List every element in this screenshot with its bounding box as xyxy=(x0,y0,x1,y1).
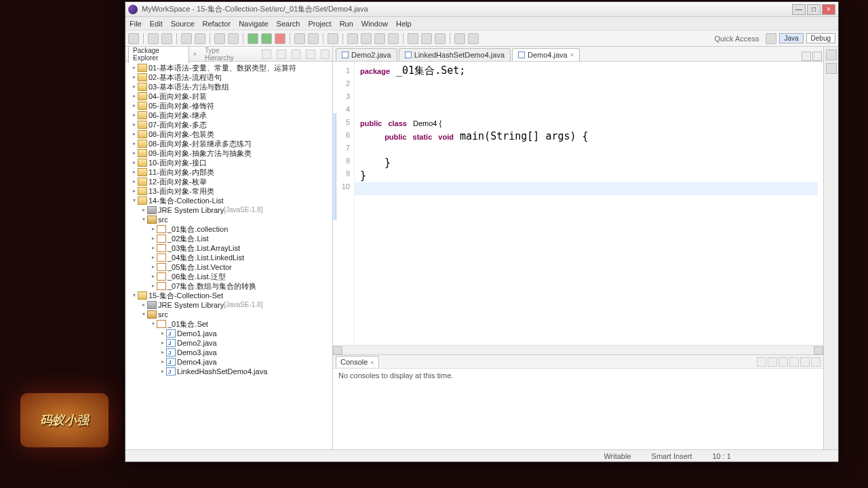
tree-item[interactable]: ▸13-面向对象-常用类 xyxy=(125,186,332,196)
tree-item[interactable]: ▸09-面向对象-抽象方法与抽象类 xyxy=(125,148,332,158)
java-perspective[interactable]: Java xyxy=(779,33,803,43)
tree-item[interactable]: ▸_07集合.数组与集合的转换 xyxy=(125,281,332,291)
tree-item[interactable]: ▸12-面向对象-枚举 xyxy=(125,177,332,186)
link-editor-button[interactable] xyxy=(277,49,286,59)
maximize-view-button[interactable] xyxy=(321,49,330,59)
expand-icon[interactable]: ▸ xyxy=(159,367,166,376)
expand-icon[interactable]: ▸ xyxy=(131,129,138,139)
toolbar-button[interactable] xyxy=(435,33,446,44)
toolbar-button[interactable] xyxy=(214,33,225,44)
tree-item[interactable]: ▾14-集合-Collection-List xyxy=(125,196,332,205)
expand-icon[interactable]: ▸ xyxy=(159,338,166,348)
new-class-button[interactable] xyxy=(294,33,305,44)
close-console-icon[interactable]: × xyxy=(370,359,374,366)
tree-item[interactable]: ▸11-面向对象-内部类 xyxy=(125,167,332,177)
expand-icon[interactable]: ▸ xyxy=(150,253,157,262)
editor-tab-demo4[interactable]: Demo4.java× xyxy=(512,48,580,61)
debug-button[interactable] xyxy=(248,33,258,44)
toolbar-button[interactable] xyxy=(181,33,192,44)
search-button[interactable] xyxy=(347,33,358,44)
tree-item[interactable]: ▸05-面向对象-修饰符 xyxy=(125,101,332,110)
expand-icon[interactable]: ▾ xyxy=(140,310,147,319)
expand-icon[interactable]: ▸ xyxy=(159,357,166,367)
expand-icon[interactable]: ▾ xyxy=(131,196,138,205)
menu-search[interactable]: Search xyxy=(277,20,300,28)
toolbar-button[interactable] xyxy=(388,33,399,44)
editor-maximize-button[interactable] xyxy=(812,52,822,61)
console-tool[interactable] xyxy=(757,357,766,367)
expand-icon[interactable]: ▾ xyxy=(150,319,157,329)
expand-icon[interactable]: ▸ xyxy=(140,205,147,215)
console-tab[interactable]: Console× xyxy=(336,356,379,367)
tree-item[interactable]: ▸_03集合.List.ArrayList xyxy=(125,243,332,253)
tree-item[interactable]: ▸Demo4.java xyxy=(125,357,332,367)
outline-button[interactable] xyxy=(826,49,837,60)
editor-minimize-button[interactable] xyxy=(802,52,811,61)
expand-icon[interactable]: ▸ xyxy=(140,300,147,310)
menu-edit[interactable]: Edit xyxy=(150,20,163,28)
tree-item[interactable]: ▸08-面向对象-封装继承多态练习 xyxy=(125,139,332,148)
menu-source[interactable]: Source xyxy=(171,20,195,28)
view-menu-button[interactable] xyxy=(292,49,301,59)
tree-item[interactable]: ▸03-基本语法-方法与数组 xyxy=(125,82,332,92)
toolbar-button[interactable] xyxy=(421,33,432,44)
tree-item[interactable]: ▾_01集合.Set xyxy=(125,319,332,329)
tree-item[interactable]: ▸08-面向对象-包装类 xyxy=(125,129,332,139)
maximize-console-button[interactable] xyxy=(811,357,821,367)
expand-icon[interactable]: ▾ xyxy=(140,215,147,224)
expand-icon[interactable]: ▸ xyxy=(131,177,138,186)
new-package-button[interactable] xyxy=(308,33,319,44)
tree-item[interactable]: ▸_01集合.collection xyxy=(125,224,332,234)
expand-icon[interactable]: ▸ xyxy=(150,262,157,272)
console-tool[interactable] xyxy=(789,357,799,367)
tree-item[interactable]: ▸JRE System Library [JavaSE-1.8] xyxy=(125,205,332,215)
tree-item[interactable]: ▸JRE System Library [JavaSE-1.8] xyxy=(125,300,332,310)
expand-icon[interactable]: ▸ xyxy=(131,158,138,167)
tree-item[interactable]: ▸Demo1.java xyxy=(125,329,332,338)
tree-item[interactable]: ▾src xyxy=(125,215,332,224)
minimize-button[interactable]: — xyxy=(792,4,806,15)
task-list-button[interactable] xyxy=(826,63,837,74)
expand-icon[interactable]: ▸ xyxy=(150,243,157,253)
expand-icon[interactable]: ▸ xyxy=(150,224,157,234)
toolbar-button[interactable] xyxy=(361,33,372,44)
tree-item[interactable]: ▸01-基本语法-变量、常量、数据类型、运算符 xyxy=(125,63,332,73)
open-perspective-button[interactable] xyxy=(766,33,776,44)
scroll-right-icon[interactable] xyxy=(814,346,823,354)
toolbar-button[interactable] xyxy=(228,33,239,44)
package-explorer-close-icon[interactable]: × xyxy=(193,51,197,58)
forward-button[interactable] xyxy=(468,33,479,44)
save-all-button[interactable] xyxy=(161,33,172,44)
editor-tab-linkedhashset[interactable]: LinkedHashSetDemo4.java xyxy=(399,48,511,61)
editor-horizontal-scrollbar[interactable] xyxy=(333,345,823,354)
tree-item[interactable]: ▸Demo2.java xyxy=(125,338,332,348)
minimize-view-button[interactable] xyxy=(306,49,315,59)
editor-tab-demo2[interactable]: Demo2.java xyxy=(336,48,397,61)
maximize-button[interactable]: □ xyxy=(807,4,821,15)
expand-icon[interactable]: ▸ xyxy=(131,148,138,158)
expand-icon[interactable]: ▸ xyxy=(131,92,138,101)
toolbar-button[interactable] xyxy=(408,33,418,44)
debug-perspective[interactable]: Debug xyxy=(806,33,835,43)
minimize-console-button[interactable] xyxy=(800,357,810,367)
expand-icon[interactable]: ▸ xyxy=(159,348,166,357)
expand-icon[interactable]: ▸ xyxy=(159,329,166,338)
tree-item[interactable]: ▸10-面向对象-接口 xyxy=(125,158,332,167)
menu-window[interactable]: Window xyxy=(361,20,388,28)
code-content[interactable]: package package _01集合.Set;_01集合.Set; pub… xyxy=(355,62,823,345)
tree-item[interactable]: ▸_04集合.List.LinkedList xyxy=(125,253,332,262)
new-button[interactable] xyxy=(128,33,139,44)
toolbar-button[interactable] xyxy=(374,33,385,44)
collapse-all-button[interactable] xyxy=(262,49,271,59)
tree-item[interactable]: ▸Demo3.java xyxy=(125,348,332,357)
expand-icon[interactable]: ▸ xyxy=(131,73,138,82)
expand-icon[interactable]: ▸ xyxy=(131,82,138,92)
console-tool[interactable] xyxy=(778,357,788,367)
titlebar[interactable]: MyWorkSpace - 15-集合-Collection-Set/src/_… xyxy=(125,2,838,17)
expand-icon[interactable]: ▸ xyxy=(131,110,138,120)
menu-run[interactable]: Run xyxy=(340,20,353,28)
menu-file[interactable]: File xyxy=(130,20,142,28)
back-button[interactable] xyxy=(454,33,465,44)
expand-icon[interactable]: ▸ xyxy=(131,186,138,196)
tree-item[interactable]: ▾15-集合-Collection-Set xyxy=(125,291,332,300)
